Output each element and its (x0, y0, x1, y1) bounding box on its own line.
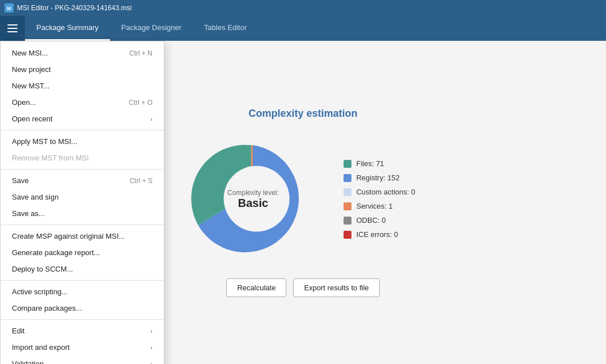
menu-separator-4 (1, 280, 164, 281)
legend-color-custom-actions (344, 188, 351, 196)
legend-item-registry: Registry: 152 (344, 173, 415, 182)
legend-item-custom-actions: Custom actions: 0 (344, 188, 415, 196)
legend-item-services: Services: 1 (344, 202, 415, 210)
action-buttons: Recalculate Export results to file (226, 278, 379, 297)
menu-separator-5 (1, 319, 164, 320)
menu-item-save-sign[interactable]: Save and sign (1, 189, 164, 205)
tab-package-summary[interactable]: Package Summary (25, 16, 110, 41)
menu-item-create-msp[interactable]: Create MSP against original MSI... (1, 228, 164, 244)
menu-separator-2 (1, 169, 164, 170)
nav-tabs: Package Summary Package Designer Tables … (25, 16, 258, 41)
menu-item-open[interactable]: Open... Ctrl + O (1, 94, 164, 111)
menu-button[interactable] (0, 16, 25, 41)
legend-color-services (344, 202, 351, 210)
menu-item-compare-packages[interactable]: Compare packages... (1, 300, 164, 316)
tab-package-designer[interactable]: Package Designer (110, 16, 193, 41)
menu-item-generate-report[interactable]: Generate package report... (1, 244, 164, 261)
navbar: Package Summary Package Designer Tables … (0, 16, 606, 41)
main-area: New MSI... Ctrl + N New project New MST.… (0, 41, 606, 364)
menu-item-new-msi[interactable]: New MSI... Ctrl + N (1, 45, 164, 61)
window-title: MSI Editor - PKG-240329-141643.msi (17, 4, 132, 12)
legend-item-files: Files: 71 (344, 159, 415, 168)
menu-item-new-mst[interactable]: New MST... (1, 78, 164, 94)
menu-item-remove-mst: Remove MST from MSI (1, 150, 164, 166)
chart-legend: Files: 71 Registry: 152 Custom actions: … (344, 159, 415, 239)
menu-item-apply-mst[interactable]: Apply MST to MSI... (1, 133, 164, 150)
legend-color-registry (344, 174, 351, 182)
menu-item-validation[interactable]: Validation › (1, 355, 164, 364)
donut-center-text: Complexity level: Basic (227, 189, 279, 210)
menu-separator-1 (1, 130, 164, 130)
menu-item-new-project[interactable]: New project (1, 61, 164, 78)
donut-chart: Complexity level: Basic (190, 137, 315, 261)
svg-text:M: M (7, 6, 11, 11)
tab-tables-editor[interactable]: Tables Editor (193, 16, 258, 41)
menu-item-active-scripting[interactable]: Active scripting... (1, 283, 164, 300)
menu-item-save[interactable]: Save Ctrl + S (1, 172, 164, 189)
legend-item-ice-errors: ICE errors: 0 (344, 230, 415, 239)
export-button[interactable]: Export results to file (293, 278, 379, 297)
complexity-title: Complexity estimation (248, 108, 357, 120)
legend-color-files (344, 160, 351, 168)
app-icon: M (5, 3, 14, 12)
hamburger-icon (7, 24, 18, 32)
chart-legend-container: Complexity level: Basic Files: 71 Regist… (190, 137, 415, 261)
legend-color-odbc (344, 217, 351, 225)
legend-item-odbc: ODBC: 0 (344, 216, 415, 225)
menu-item-import-export[interactable]: Import and export › (1, 339, 164, 355)
titlebar: M MSI Editor - PKG-240329-141643.msi (0, 0, 606, 16)
menu-item-save-as[interactable]: Save as... (1, 205, 164, 222)
legend-color-ice-errors (344, 231, 351, 239)
menu-separator-3 (1, 225, 164, 225)
menu-item-deploy-sccm[interactable]: Deploy to SCCM... (1, 261, 164, 277)
dropdown-menu: New MSI... Ctrl + N New project New MST.… (0, 41, 164, 364)
menu-item-edit[interactable]: Edit › (1, 323, 164, 339)
menu-item-open-recent[interactable]: Open recent › (1, 111, 164, 127)
recalculate-button[interactable]: Recalculate (226, 278, 286, 297)
